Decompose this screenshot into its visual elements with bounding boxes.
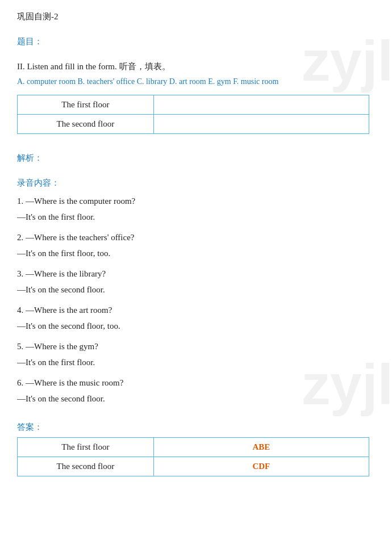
dialogue-answer: —It's on the first floor. [17, 355, 375, 369]
page-title: 巩固自测-2 [17, 11, 375, 22]
instruction: II. Listen and fill in the form. 听音，填表。 [17, 61, 375, 72]
dialogue-question: 4. —Where is the art room? [17, 303, 375, 317]
dialogue-answer: —It's on the first floor. [17, 210, 375, 224]
dialogue-block: 3. —Where is the library?—It's on the se… [17, 267, 375, 296]
dialogue-question: 1. —Where is the computer room? [17, 194, 375, 208]
dialogue-question: 5. —Where is the gym? [17, 340, 375, 353]
dialogue-block: 2. —Where is the teachers' office?—It's … [17, 231, 375, 260]
analysis-label: 解析： [17, 153, 375, 164]
answer-floor-label: The second floor [18, 457, 154, 476]
answer-label: 答案： [17, 422, 375, 433]
answer-table: The first floorABEThe second floorCDF [17, 437, 369, 476]
question-table: The first floorThe second floor [17, 95, 369, 134]
floor-label: The first floor [18, 95, 154, 115]
dialogues-container: 1. —Where is the computer room?—It's on … [17, 194, 375, 405]
dialogue-question: 3. —Where is the library? [17, 267, 375, 281]
answer-floor-value: CDF [153, 457, 369, 476]
floor-value [153, 95, 369, 115]
dialogue-answer: —It's on the first floor, too. [17, 246, 375, 260]
answer-floor-value: ABE [153, 438, 369, 457]
answer-floor-label: The first floor [18, 438, 154, 457]
floor-value [153, 115, 369, 134]
question-label: 题目： [17, 36, 375, 47]
options: A. computer room B. teachers' office C. … [17, 76, 375, 88]
dialogue-answer: —It's on the second floor, too. [17, 319, 375, 333]
dialogue-block: 6. —Where is the music room?—It's on the… [17, 376, 375, 405]
dialogue-block: 5. —Where is the gym?—It's on the first … [17, 340, 375, 369]
dialogue-block: 4. —Where is the art room?—It's on the s… [17, 303, 375, 333]
dialogue-answer: —It's on the second floor. [17, 392, 375, 405]
floor-label: The second floor [18, 115, 154, 134]
dialogue-question: 6. —Where is the music room? [17, 376, 375, 390]
dialogue-block: 1. —Where is the computer room?—It's on … [17, 194, 375, 224]
dialogue-answer: —It's on the second floor. [17, 283, 375, 296]
dialogue-question: 2. —Where is the teachers' office? [17, 231, 375, 244]
recording-label: 录音内容： [17, 178, 375, 189]
